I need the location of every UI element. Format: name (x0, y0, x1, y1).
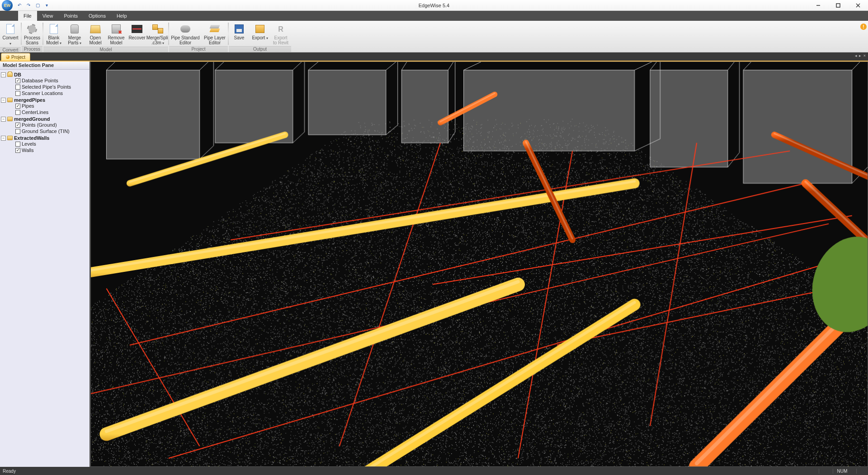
ribbon: ConvertConvertProcessScansProcessBlankMo… (0, 21, 868, 52)
viewport-3d[interactable] (90, 62, 868, 467)
export-button[interactable]: Export (250, 22, 270, 46)
status-text: Ready (3, 469, 16, 474)
expand-toggle[interactable]: − (1, 98, 6, 103)
export-label: Export (252, 35, 268, 41)
tree-row-levels[interactable]: Levels (9, 141, 89, 147)
export-revit-label: Exportto Revit (273, 35, 288, 45)
process-scans-icon (26, 24, 38, 34)
close-icon (856, 3, 860, 8)
app-icon[interactable]: EW (2, 0, 13, 11)
expand-toggle[interactable]: − (1, 72, 6, 77)
tree-row-ground-surface-tin-[interactable]: Ground Surface (TIN) (9, 128, 89, 134)
save-label: Save (234, 35, 245, 40)
save-button[interactable]: Save (229, 22, 250, 46)
checkbox[interactable] (15, 85, 20, 90)
recover-button[interactable]: Recover (127, 22, 147, 47)
checkbox[interactable] (15, 91, 20, 96)
ribbon-group-process: ProcessScansProcess (22, 22, 42, 52)
menu-bar: FileViewPointsOptionsHelp (0, 11, 868, 21)
tree-spacer (9, 142, 14, 147)
tree-label: ExtractedWalls (14, 135, 49, 141)
scene-canvas[interactable] (91, 62, 868, 466)
checkbox[interactable] (15, 123, 20, 128)
pipe-standard-editor-button[interactable]: Pipe StandardEditor (169, 22, 202, 46)
folder-icon (7, 117, 13, 121)
project-icon (6, 55, 9, 59)
pipe-layer-editor-button[interactable]: Pipe LayerEditor (202, 22, 228, 46)
convert-button[interactable]: Convert (0, 22, 21, 47)
pane-header: Model Selection Pane (0, 62, 90, 70)
tree-label: Walls (22, 147, 33, 153)
pipe-layer-editor-icon (208, 24, 221, 34)
group-label-model: Model (43, 47, 168, 52)
window-controls (808, 0, 868, 11)
tree-row-selected-pipe-s-points[interactable]: Selected Pipe's Points (9, 84, 89, 90)
maximize-button[interactable] (828, 0, 848, 11)
tree-row-pipes[interactable]: Pipes (9, 103, 89, 109)
checkbox[interactable] (15, 148, 20, 153)
close-button[interactable] (848, 0, 868, 11)
merge-parts-button[interactable]: MergeParts (64, 22, 85, 47)
tree-spacer (9, 123, 14, 128)
tree-label: Selected Pipe's Points (22, 84, 71, 90)
warning-icon: ! (860, 24, 867, 30)
qat-redo-icon[interactable]: ↷ (24, 1, 33, 10)
blank-model-icon (47, 24, 60, 34)
status-bar: Ready NUM (0, 467, 868, 475)
checkbox[interactable] (15, 110, 20, 115)
document-tab-strip: Project ◂ ▸ × (0, 52, 868, 61)
expand-toggle[interactable]: − (1, 136, 6, 141)
tree-label: Database Points (22, 78, 58, 83)
tree-spacer (9, 104, 14, 109)
menu-options[interactable]: Options (83, 11, 111, 21)
ribbon-warning[interactable]: ! (859, 22, 868, 52)
checkbox[interactable] (15, 129, 20, 134)
tree-row-points-ground-[interactable]: Points (Ground) (9, 122, 89, 128)
remove-model-label: RemoveModel (108, 35, 124, 45)
merge-split-button[interactable]: Merge/Split.c3m (147, 22, 168, 47)
menu-file[interactable]: File (18, 11, 37, 21)
qat-customize-icon[interactable]: ▾ (42, 1, 51, 10)
document-tab-project[interactable]: Project (1, 53, 30, 61)
tree-row-database-points[interactable]: Database Points (9, 78, 89, 83)
blank-model-label: BlankModel (46, 35, 61, 46)
tree-row-mergedpipes[interactable]: −mergedPipes (1, 97, 89, 103)
qat-undo-icon[interactable]: ↶ (15, 1, 24, 10)
expand-toggle[interactable]: − (1, 117, 6, 122)
export-revit-icon: R (274, 24, 287, 34)
menu-points[interactable]: Points (58, 11, 83, 21)
model-tree: −DBDatabase PointsSelected Pipe's Points… (0, 70, 90, 467)
group-label-output: Output (229, 46, 291, 52)
qat-save-icon[interactable]: ▢ (33, 1, 42, 10)
tree-row-mergedground[interactable]: −mergedGround (1, 116, 89, 122)
checkbox[interactable] (15, 104, 20, 109)
checkbox[interactable] (15, 142, 20, 147)
checkbox[interactable] (15, 78, 20, 83)
save-icon (233, 24, 245, 34)
tree-row-centerlines[interactable]: CenterLines (9, 109, 89, 115)
tree-spacer (9, 110, 14, 115)
minimize-button[interactable] (808, 0, 828, 11)
tab-aux-controls[interactable]: ◂ ▸ × (855, 53, 866, 58)
tree-label: DB (14, 72, 21, 77)
process-scans-button[interactable]: ProcessScans (22, 22, 42, 46)
merge-parts-icon (68, 24, 81, 34)
tree-label: Ground Surface (TIN) (22, 128, 70, 134)
tree-row-scanner-locations[interactable]: Scanner Locations (9, 90, 89, 96)
blank-model-button[interactable]: BlankModel (43, 22, 64, 47)
maximize-icon (836, 3, 840, 8)
open-model-button[interactable]: OpenModel (85, 22, 106, 47)
tree-row-walls[interactable]: Walls (9, 147, 89, 153)
title-bar: EW ↶ ↷ ▢ ▾ EdgeWise 5.4 (0, 0, 868, 11)
remove-model-button[interactable]: RemoveModel (106, 22, 127, 47)
tree-row-extractedwalls[interactable]: −ExtractedWalls (1, 135, 89, 141)
pipe-layer-editor-label: Pipe LayerEditor (204, 35, 226, 45)
tree-row-db[interactable]: −DB (1, 72, 89, 77)
menu-help[interactable]: Help (111, 11, 132, 21)
merge-split-label: Merge/Split.c3m (146, 35, 170, 46)
export-icon (254, 24, 266, 34)
tree-spacer (9, 91, 14, 96)
tree-spacer (9, 85, 14, 90)
menu-view[interactable]: View (37, 11, 59, 21)
svg-rect-1 (836, 4, 840, 7)
